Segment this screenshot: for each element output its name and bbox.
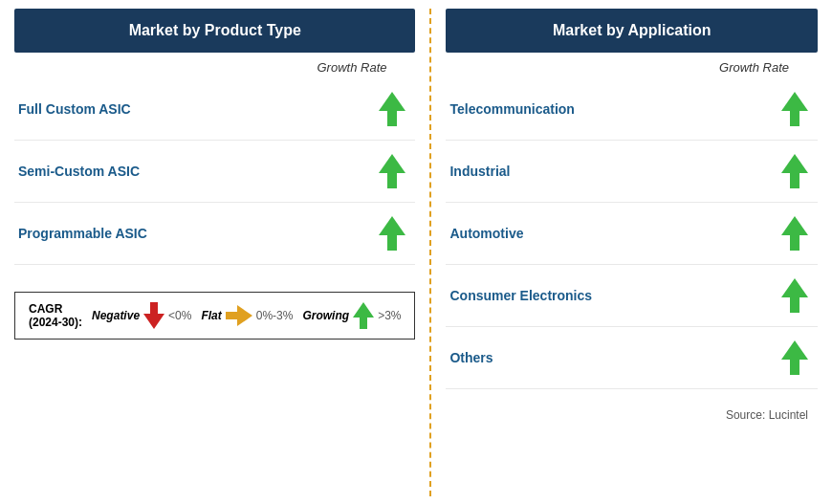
cagr-label: CAGR (2024-30):: [29, 302, 82, 329]
right-panel: Market by Application Growth Rate Teleco…: [436, 9, 827, 422]
list-item: Others: [446, 327, 818, 389]
item-label-full-custom: Full Custom ASIC: [18, 101, 131, 117]
green-arrow-icon: [781, 92, 808, 126]
list-item: Full Custom ASIC: [14, 78, 415, 141]
growing-label: Growing: [302, 309, 349, 322]
legend-item-negative: Negative <0%: [92, 302, 191, 329]
negative-label: Negative: [92, 309, 140, 322]
list-item: Industrial: [446, 141, 818, 203]
item-label-semi-custom: Semi-Custom ASIC: [18, 164, 140, 179]
list-item: Telecommunication: [446, 78, 818, 141]
legend-box: CAGR (2024-30): Negative <0% Flat 0%-3% …: [14, 292, 415, 340]
red-arrow-icon: [143, 302, 164, 329]
negative-value: <0%: [168, 309, 191, 322]
main-container: Market by Product Type Growth Rate Full …: [5, 9, 827, 496]
left-panel: Market by Product Type Growth Rate Full …: [5, 9, 425, 340]
green-arrow-icon: [379, 216, 405, 251]
green-arrow-sm-icon: [353, 302, 374, 329]
green-arrow-icon: [781, 278, 808, 313]
green-arrow-icon: [781, 340, 808, 375]
panel-divider: [429, 9, 431, 496]
green-arrow-icon: [781, 216, 808, 251]
left-panel-header: Market by Product Type: [14, 9, 415, 53]
right-growth-rate-label: Growth Rate: [446, 60, 818, 75]
left-growth-rate-label: Growth Rate: [14, 60, 415, 75]
list-item: Programmable ASIC: [14, 203, 415, 265]
source-text: Source: Lucintel: [446, 389, 818, 422]
green-arrow-icon: [379, 154, 405, 188]
legend-item-growing: Growing >3%: [302, 302, 401, 329]
yellow-arrow-icon: [226, 305, 252, 326]
list-item: Semi-Custom ASIC: [14, 141, 415, 203]
list-item: Automotive: [446, 203, 818, 265]
legend-item-flat: Flat 0%-3%: [201, 305, 293, 326]
item-label-industrial: Industrial: [449, 164, 510, 179]
item-label-consumer: Consumer Electronics: [449, 288, 592, 303]
item-label-telecom: Telecommunication: [449, 101, 574, 117]
right-panel-inner: Market by Application Growth Rate Teleco…: [446, 9, 818, 422]
flat-value: 0%-3%: [256, 309, 294, 322]
growing-value: >3%: [378, 309, 401, 322]
item-label-programmable: Programmable ASIC: [18, 226, 147, 241]
green-arrow-icon: [781, 154, 808, 188]
flat-label: Flat: [201, 309, 221, 322]
right-panel-header: Market by Application: [446, 9, 818, 53]
item-label-automotive: Automotive: [449, 226, 523, 241]
item-label-others: Others: [449, 350, 493, 365]
green-arrow-icon: [379, 92, 405, 126]
list-item: Consumer Electronics: [446, 265, 818, 327]
legend-area: CAGR (2024-30): Negative <0% Flat 0%-3% …: [14, 274, 415, 340]
